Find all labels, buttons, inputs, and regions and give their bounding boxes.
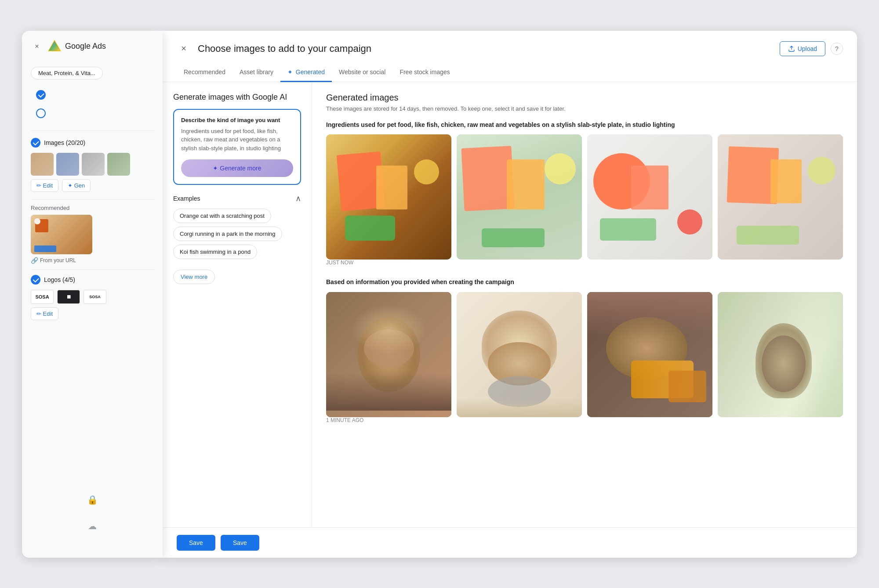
generated-cat-image-3[interactable] [587, 292, 712, 417]
generate-more-button[interactable]: ✦ Generate more [181, 159, 293, 177]
recommended-image[interactable] [31, 215, 92, 254]
prompt-label: Describe the kind of image you want [181, 117, 293, 123]
prompt-box: Describe the kind of image you want Ingr… [173, 109, 301, 185]
generated-image-4[interactable] [718, 134, 843, 260]
image-thumb-2[interactable] [56, 153, 79, 176]
generated-cat-image-1[interactable] [326, 292, 451, 417]
image-group-2-title: Based on information you provided when c… [326, 278, 843, 287]
modal-header: × Choose images to add to your campaign … [163, 31, 857, 56]
recommended-label: Recommended [31, 205, 154, 211]
nav-check-icon-2 [36, 108, 46, 118]
cloud-icon: ☁ [88, 521, 97, 531]
edit-logos-button[interactable]: ✏ Edit [31, 307, 58, 320]
tag-chip[interactable]: Meat, Protein, & Vita... [31, 67, 103, 79]
gen-images-button[interactable]: ✦ Gen [62, 179, 91, 192]
logo-sosa-dark[interactable]: ◼ [57, 290, 80, 304]
example-chip-3[interactable]: Koi fish swimming in a pond [173, 245, 257, 259]
from-url-label: 🔗 From your URL [31, 257, 154, 264]
modal-body: Generate images with Google AI Describe … [163, 82, 857, 527]
left-panel: Generate images with Google AI Describe … [163, 82, 312, 527]
image-grid-2 [326, 292, 843, 417]
generate-title: Generate images with Google AI [173, 93, 301, 102]
sidebar-close-button[interactable]: × [31, 40, 43, 53]
generated-subtitle: These images are stored for 14 days, the… [326, 105, 843, 112]
modal-right-actions: Upload ? [780, 41, 843, 56]
image-group-2: Based on information you provided when c… [326, 278, 843, 423]
modal-footer: Save Save [163, 527, 857, 558]
sidebar-content: Meat, Protein, & Vita... Images (20/20) [22, 62, 163, 330]
generated-image-3[interactable] [587, 134, 712, 260]
sidebar-nav-item-2[interactable] [31, 105, 154, 122]
save-button-1[interactable]: Save [177, 535, 215, 551]
recommended-section: Recommended 🔗 From your URL [31, 199, 154, 269]
examples-title: Examples [173, 195, 200, 202]
images-section: Images (20/20) ✏ Edit ✦ Gen [31, 130, 154, 199]
help-button[interactable]: ? [831, 43, 843, 55]
lock-icon: 🔒 [87, 494, 98, 505]
modal-title: Choose images to add to your campaign [198, 43, 371, 54]
logos-check-icon [31, 275, 40, 285]
save-button-2[interactable]: Save [221, 535, 259, 551]
tab-recommended[interactable]: Recommended [177, 63, 232, 82]
upload-icon [788, 45, 795, 52]
image-thumb-1[interactable] [31, 153, 54, 176]
generated-image-2[interactable] [457, 134, 582, 260]
tab-star-icon: ✦ [287, 69, 294, 76]
sidebar: × Google Ads Meat, Protein, [22, 31, 163, 558]
image-group-1-title: Ingredients used for pet food, like fish… [326, 121, 843, 130]
examples-section: Examples ∧ Orange cat with a scratching … [173, 194, 301, 284]
logo-sosa-text[interactable]: SOSA [31, 290, 54, 304]
generated-cat-image-2[interactable] [457, 292, 582, 417]
generated-image-1[interactable] [326, 134, 451, 260]
generated-cat-image-4[interactable] [718, 292, 843, 417]
prompt-text: Ingredients used for pet food, like fish… [181, 127, 293, 153]
sidebar-nav [31, 87, 154, 122]
images-check-icon [31, 138, 40, 148]
images-section-title: Images (20/20) [31, 138, 154, 148]
example-chip-1[interactable]: Orange cat with a scratching post [173, 209, 271, 223]
logo-sosa-small[interactable]: SOSA [84, 290, 106, 304]
upload-button[interactable]: Upload [780, 41, 825, 56]
image-grid-1 [326, 134, 843, 260]
example-chips: Orange cat with a scratching post Corgi … [173, 209, 301, 263]
image-action-buttons: ✏ Edit ✦ Gen [31, 179, 154, 192]
image-thumb-4[interactable] [107, 153, 130, 176]
logos-section: Logos (4/5) SOSA ◼ SOSA ✏ Edit [31, 269, 154, 325]
tab-asset-library[interactable]: Asset library [232, 63, 280, 82]
tab-generated[interactable]: ✦ Generated [280, 63, 332, 82]
tab-website-social[interactable]: Website or social [332, 63, 392, 82]
image-group-1: Ingredients used for pet food, like fish… [326, 121, 843, 266]
google-ads-logo: Google Ads [47, 40, 106, 54]
timestamp-2: 1 MINUTE AGO [326, 417, 843, 423]
right-panel: Generated images These images are stored… [312, 82, 857, 527]
logos-section-title: Logos (4/5) [31, 275, 154, 285]
google-ads-triangle-icon [47, 40, 62, 54]
view-more-button[interactable]: View more [173, 270, 215, 284]
sidebar-nav-item-1[interactable] [31, 87, 154, 103]
image-thumb-3[interactable] [82, 153, 105, 176]
example-chip-2[interactable]: Corgi running in a park in the morning [173, 227, 282, 241]
edit-images-button[interactable]: ✏ Edit [31, 179, 58, 192]
google-ads-logo-text: Google Ads [65, 42, 106, 51]
svg-marker-1 [49, 41, 60, 51]
examples-header: Examples ∧ [173, 194, 301, 203]
modal-title-row: × Choose images to add to your campaign [177, 42, 371, 56]
examples-toggle-button[interactable]: ∧ [295, 194, 301, 203]
logos-row: SOSA ◼ SOSA [31, 290, 154, 304]
modal: × Choose images to add to your campaign … [163, 31, 857, 558]
images-grid [31, 153, 154, 176]
nav-check-icon-1 [36, 90, 46, 100]
generated-images-title: Generated images [326, 93, 843, 103]
tabs: Recommended Asset library ✦ Generated We… [163, 63, 857, 82]
modal-close-button[interactable]: × [177, 42, 191, 56]
tab-free-stock[interactable]: Free stock images [392, 63, 457, 82]
timestamp-1: JUST NOW [326, 260, 843, 266]
generate-more-label: ✦ Generate more [213, 165, 261, 172]
sidebar-header: × Google Ads [22, 40, 163, 62]
